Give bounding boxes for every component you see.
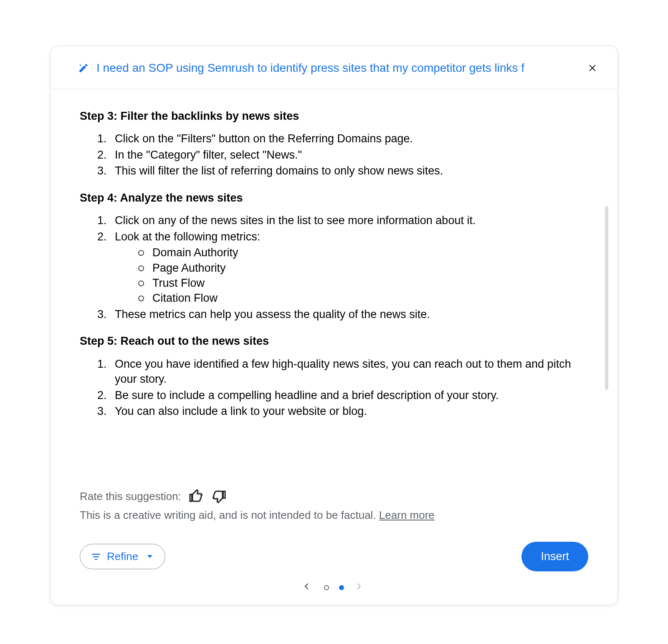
thumbs-down-button[interactable] xyxy=(211,489,226,504)
scrollbar-thumb[interactable] xyxy=(605,206,608,390)
rate-label: Rate this suggestion: xyxy=(80,490,181,503)
refine-button[interactable]: Refine xyxy=(80,544,165,569)
step4-heading: Step 4: Analyze the news sites xyxy=(80,190,588,205)
list-item-text: Look at the following metrics: xyxy=(115,230,260,243)
step4-list: Click on any of the news sites in the li… xyxy=(80,213,588,322)
thumbs-down-icon xyxy=(211,489,226,504)
pager xyxy=(80,581,588,594)
list-item: In the "Category" filter, select "News." xyxy=(110,147,588,162)
chevron-down-icon xyxy=(147,555,152,558)
sublist-item: Citation Flow xyxy=(138,290,588,306)
step3-heading: Step 3: Filter the backlinks by news sit… xyxy=(80,109,588,124)
sublist-item: Trust Flow xyxy=(138,275,588,290)
card-header: I need an SOP using Semrush to identify … xyxy=(51,46,617,89)
suggestion-body: Step 3: Filter the backlinks by news sit… xyxy=(51,89,617,475)
chevron-left-icon xyxy=(301,581,311,591)
close-button[interactable] xyxy=(584,60,601,76)
card-footer: Rate this suggestion: This is a creative… xyxy=(51,475,617,605)
list-item: This will filter the list of referring d… xyxy=(110,163,588,178)
metrics-sublist: Domain Authority Page Authority Trust Fl… xyxy=(115,245,588,306)
list-item: Once you have identified a few high-qual… xyxy=(110,356,588,387)
disclaimer: This is a creative writing aid, and is n… xyxy=(80,509,588,522)
prompt-text[interactable]: I need an SOP using Semrush to identify … xyxy=(96,61,568,75)
step5-list: Once you have identified a few high-qual… xyxy=(80,356,588,419)
rate-row: Rate this suggestion: xyxy=(80,489,588,504)
refine-icon xyxy=(91,552,101,562)
step3-list: Click on the "Filters" button on the Ref… xyxy=(80,131,588,178)
refine-label: Refine xyxy=(107,550,138,563)
page-dot-1[interactable] xyxy=(324,585,329,590)
close-icon xyxy=(587,63,598,73)
thumbs-up-icon xyxy=(189,489,204,504)
insert-button[interactable]: Insert xyxy=(521,542,588,571)
list-item: Click on any of the news sites in the li… xyxy=(110,213,588,228)
list-item: You can also include a link to your webs… xyxy=(110,404,588,419)
magic-pencil-icon xyxy=(78,63,89,73)
next-button[interactable] xyxy=(354,581,367,594)
sublist-item: Page Authority xyxy=(138,260,588,275)
list-item: Look at the following metrics: Domain Au… xyxy=(110,229,588,306)
sublist-item: Domain Authority xyxy=(138,245,588,260)
action-row: Refine Insert xyxy=(80,542,588,571)
disclaimer-text: This is a creative writing aid, and is n… xyxy=(80,509,379,521)
page-dot-2-active xyxy=(339,585,344,590)
list-item: Click on the "Filters" button on the Ref… xyxy=(110,131,588,146)
suggestion-card: I need an SOP using Semrush to identify … xyxy=(50,46,618,605)
thumbs-up-button[interactable] xyxy=(189,489,204,504)
learn-more-link[interactable]: Learn more xyxy=(379,509,435,521)
list-item: These metrics can help you assess the qu… xyxy=(110,307,588,322)
list-item: Be sure to include a compelling headline… xyxy=(110,388,588,403)
step5-heading: Step 5: Reach out to the news sites xyxy=(80,333,588,349)
chevron-right-icon xyxy=(354,581,364,591)
prev-button[interactable] xyxy=(301,581,314,594)
